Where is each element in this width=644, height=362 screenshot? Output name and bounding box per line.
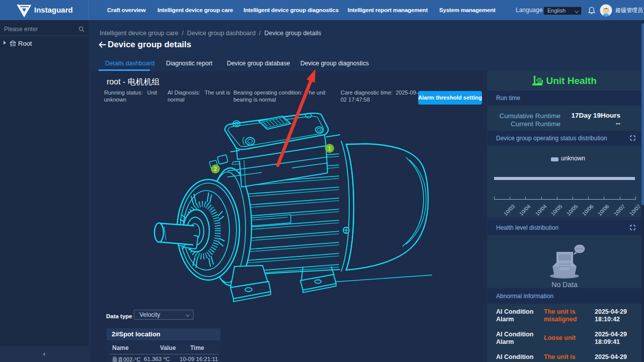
svg-text:2: 2 (214, 166, 217, 172)
svg-text:1: 1 (328, 146, 331, 151)
